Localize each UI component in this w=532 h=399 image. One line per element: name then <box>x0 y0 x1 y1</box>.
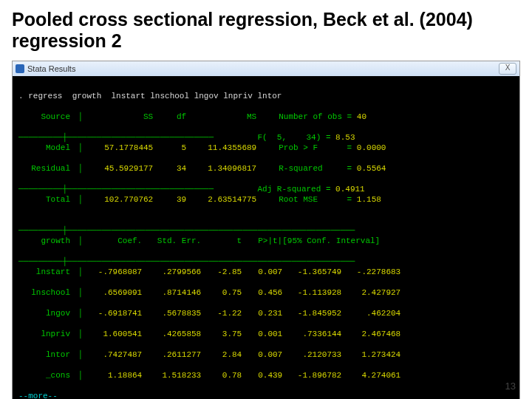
stat-pf-v: 0.0000 <box>357 143 386 152</box>
coef-r2-s: .5678835 <box>142 308 201 318</box>
coef-h-se: Std. Err. <box>142 236 201 246</box>
coef-r2-t: -1.22 <box>201 308 242 318</box>
coef-r3-t: 3.75 <box>201 329 242 339</box>
stat-pf-l: Prob > F = <box>279 143 352 152</box>
coef-r0-lo: -1.365749 <box>282 267 341 277</box>
coef-r0-t: -2.85 <box>201 267 242 277</box>
coef-r4-c: .7427487 <box>83 349 142 360</box>
close-icon[interactable]: X <box>499 63 516 75</box>
coef-r2-n: lngov <box>18 308 73 318</box>
anova-model-ss: 57.1778445 <box>83 143 153 153</box>
results-terminal: . regress growth lnstart lnschool lngov … <box>13 76 519 400</box>
hrule: ─────────┼────────────────────────────── <box>18 133 214 142</box>
coef-r4-hi: 1.273424 <box>341 349 400 360</box>
coef-r2-hi: .462204 <box>341 308 400 318</box>
stat-ar2-v: 0.4911 <box>335 185 365 194</box>
anova-resid-ss: 45.5929177 <box>83 163 153 174</box>
coef-r2-p: 0.231 <box>242 308 282 318</box>
coef-r1-c: .6569091 <box>83 287 142 298</box>
anova-model-ms: 11.4355689 <box>186 143 256 153</box>
stat-ar2-l: Adj R-squared = <box>257 185 330 194</box>
coef-r0-n: lnstart <box>18 267 73 277</box>
coef-r5-hi: 4.274061 <box>341 370 400 381</box>
coef-r1-p: 0.456 <box>242 287 282 298</box>
coef-r1-lo: -1.113928 <box>282 287 341 298</box>
anova-h-df: df <box>153 112 186 122</box>
anova-total: Total <box>18 194 73 205</box>
results-titlebar: Stata Results X <box>13 61 519 76</box>
anova-total-ss: 102.770762 <box>83 194 153 205</box>
coef-r4-t: 2.84 <box>201 349 242 360</box>
stat-rmse-v: 1.158 <box>357 195 381 204</box>
coef-r0-hi: -.2278683 <box>341 267 400 277</box>
stat-nobs-v: 40 <box>357 112 366 121</box>
coef-h-ci: [95% Conf. Interval] <box>282 236 380 246</box>
coef-r1-s: .8714146 <box>142 287 201 298</box>
anova-resid-ms: 1.34096817 <box>186 163 256 174</box>
stat-r2-l: R-squared = <box>279 164 352 173</box>
coef-h-dep: growth <box>18 236 73 246</box>
coef-r3-hi: 2.467468 <box>341 329 400 339</box>
coef-r3-p: 0.001 <box>242 329 282 339</box>
anova-total-ms: 2.63514775 <box>186 194 256 205</box>
coef-r3-c: 1.600541 <box>83 329 142 339</box>
coef-r5-p: 0.439 <box>242 370 282 381</box>
anova-resid: Residual <box>18 163 73 174</box>
anova-h-source: Source <box>18 112 73 122</box>
coef-r3-lo: .7336144 <box>282 329 341 339</box>
coef-h-coef: Coef. <box>83 236 142 246</box>
coef-r2-lo: -1.845952 <box>282 308 341 318</box>
page-number: 13 <box>505 381 516 392</box>
coef-h-p: P>|t| <box>242 236 282 246</box>
coef-r1-hi: 2.427927 <box>341 287 400 298</box>
stat-rmse-l: Root MSE = <box>279 195 352 204</box>
coef-r1-n: lnschool <box>18 287 73 298</box>
coef-h-t: t <box>201 236 242 246</box>
coef-r1-t: 0.75 <box>201 287 242 298</box>
anova-resid-df: 34 <box>153 163 186 174</box>
anova-total-df: 39 <box>153 194 186 205</box>
results-title: Stata Results <box>27 64 75 73</box>
stat-f-v: 8.53 <box>335 133 355 142</box>
coef-r0-s: .2799566 <box>142 267 201 277</box>
coef-r5-lo: -1.896782 <box>282 370 341 381</box>
hrule: ─────────┼──────────────────────────────… <box>18 226 355 235</box>
stat-nobs-l: Number of obs = <box>279 112 352 121</box>
coef-r5-c: 1.18864 <box>83 370 142 381</box>
coef-r2-c: -.6918741 <box>83 308 142 318</box>
prompt-dot: . <box>18 92 24 100</box>
command-echo: regress growth lnstart lnschool lngov ln… <box>28 92 282 100</box>
coef-r4-lo: .2120733 <box>282 349 341 360</box>
slide-title: Pooled cross sectional regression, Beck … <box>12 9 520 52</box>
coef-r3-n: lnpriv <box>18 329 73 339</box>
coef-r5-n: _cons <box>18 370 73 381</box>
anova-h-ms: MS <box>186 112 256 122</box>
coef-r4-n: lntor <box>18 349 73 360</box>
anova-model: Model <box>18 143 73 153</box>
anova-h-ss: SS <box>83 112 153 122</box>
anova-model-df: 5 <box>153 143 186 153</box>
stata-results-window: Stata Results X . regress growth lnstart… <box>12 61 520 400</box>
coef-r0-c: -.7968087 <box>83 267 142 277</box>
coef-r4-s: .2611277 <box>142 349 201 360</box>
hrule: ─────────┼────────────────────────────── <box>18 185 214 194</box>
stat-r2-v: 0.5564 <box>357 164 386 173</box>
more-prompt[interactable]: --more-- <box>18 392 58 400</box>
hrule: ─────────┼──────────────────────────────… <box>18 257 355 266</box>
coef-r4-p: 0.007 <box>242 349 282 360</box>
coef-r5-s: 1.518233 <box>142 370 201 381</box>
coef-r5-t: 0.78 <box>201 370 242 381</box>
stat-f-l: F( 5, 34) = <box>257 133 330 142</box>
coef-r3-s: .4265858 <box>142 329 201 339</box>
stata-icon <box>16 64 24 73</box>
coef-r0-p: 0.007 <box>242 267 282 277</box>
